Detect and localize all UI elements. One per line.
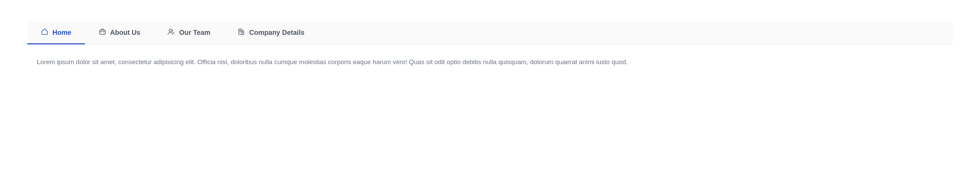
users-icon	[167, 28, 175, 37]
tab-label: Home	[52, 29, 72, 37]
briefcase-icon	[99, 28, 106, 37]
svg-rect-0	[99, 30, 105, 34]
tab-navigation: Home About Us Our Team	[27, 22, 953, 45]
tab-about-us[interactable]: About Us	[85, 22, 154, 44]
svg-point-1	[169, 29, 172, 32]
tab-home[interactable]: Home	[27, 22, 85, 44]
building-icon	[237, 28, 245, 37]
tab-company-details[interactable]: Company Details	[224, 22, 318, 44]
home-icon	[41, 28, 48, 37]
tab-label: About Us	[110, 29, 140, 37]
tab-our-team[interactable]: Our Team	[154, 22, 224, 44]
tab-label: Our Team	[179, 29, 210, 37]
tab-content-panel: Lorem ipsum dolor sit amet, consectetur …	[27, 45, 953, 71]
content-body: Lorem ipsum dolor sit amet, consectetur …	[37, 57, 943, 67]
tab-label: Company Details	[249, 29, 304, 37]
svg-rect-2	[239, 29, 242, 35]
